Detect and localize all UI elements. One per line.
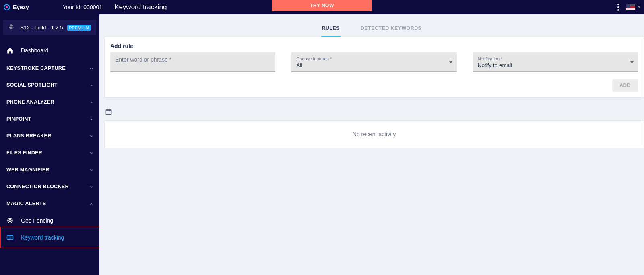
sidebar-group-label: PHONE ANALYZER — [6, 99, 54, 105]
sidebar-item-label: Dashboard — [21, 47, 49, 54]
add-button[interactable]: ADD — [612, 79, 638, 92]
svg-point-1 — [6, 6, 8, 8]
sidebar-group-connection-blocker[interactable]: CONNECTION BLOCKER — [0, 178, 99, 195]
dropdown-caret-icon — [449, 61, 453, 63]
brand-name: Eyezy — [13, 4, 29, 10]
page-title: Keyword tracking — [114, 3, 167, 11]
calendar-icon — [105, 108, 112, 115]
sidebar-group-phone-analyzer[interactable]: PHONE ANALYZER — [0, 94, 99, 110]
sidebar-group-social-spotlight[interactable]: SOCIAL SPOTLIGHT — [0, 77, 99, 94]
try-now-button[interactable]: TRY NOW — [272, 0, 372, 11]
language-selector[interactable] — [626, 4, 641, 10]
device-selector[interactable]: S12 - build - 1.2.5PREMIUM — [3, 20, 96, 35]
sidebar-group-label: FILES FINDER — [6, 150, 42, 156]
sidebar-group-plans-breaker[interactable]: PLANS BREAKER — [0, 127, 99, 144]
flag-us-icon — [626, 4, 635, 10]
kebab-menu-icon[interactable] — [617, 4, 619, 11]
sidebar-item-label: Geo Fencing — [21, 217, 53, 224]
sidebar-group-pinpoint[interactable]: PINPOINT — [0, 110, 99, 127]
features-value: All — [296, 62, 452, 68]
tab-detected-keywords[interactable]: DETECTED KEYWORDS — [360, 22, 422, 37]
svg-rect-3 — [13, 27, 13, 29]
tab-bar: RULES DETECTED KEYWORDS — [99, 14, 644, 37]
chevron-down-icon — [89, 117, 93, 121]
app-header: Eyezy Your Id: 000001 Keyword tracking T… — [0, 0, 644, 14]
sidebar-group-label: WEB MAGNIFIER — [6, 167, 50, 173]
chevron-down-icon — [89, 168, 93, 172]
home-icon — [6, 47, 14, 54]
tab-rules[interactable]: RULES — [321, 22, 341, 37]
sidebar-item-geo-fencing[interactable]: Geo Fencing — [0, 212, 99, 229]
word-input-placeholder: Enter word or phrase * — [115, 56, 270, 63]
svg-rect-7 — [7, 236, 13, 240]
sidebar-group-web-magnifier[interactable]: WEB MAGNIFIER — [0, 161, 99, 178]
activity-empty-text: No recent activity — [353, 131, 396, 138]
eye-icon — [3, 4, 10, 11]
svg-point-6 — [10, 220, 10, 221]
add-rule-title: Add rule: — [110, 43, 638, 49]
dropdown-caret-icon — [630, 61, 634, 63]
sidebar-item-keyword-tracking[interactable]: Keyword tracking — [0, 229, 99, 246]
activity-card: No recent activity — [104, 120, 644, 148]
sidebar-group-label: KEYSTROKE CAPTURE — [6, 65, 66, 71]
sidebar-group-files-finder[interactable]: FILES FINDER — [0, 144, 99, 161]
premium-badge: PREMIUM — [67, 25, 91, 31]
keyboard-icon — [6, 234, 14, 241]
target-icon — [6, 217, 14, 224]
brand-logo[interactable]: Eyezy — [3, 4, 29, 11]
features-select[interactable]: Choose features * All — [291, 52, 456, 72]
sidebar-item-label: Keyword tracking — [21, 234, 64, 241]
notification-label: Notification * — [478, 56, 633, 61]
date-picker-trigger[interactable] — [99, 105, 644, 120]
chevron-down-icon — [89, 185, 93, 189]
sidebar-group-label: CONNECTION BLOCKER — [6, 184, 69, 190]
sidebar-group-label: MAGIC ALERTS — [6, 201, 46, 206]
chevron-down-icon — [89, 83, 93, 87]
android-icon — [8, 24, 14, 31]
device-name: S12 - build - 1.2.5 — [20, 25, 63, 31]
sidebar-group-label: PINPOINT — [6, 116, 31, 122]
add-rule-card: Add rule: Enter word or phrase * Choose … — [104, 37, 644, 98]
sidebar-group-label: SOCIAL SPOTLIGHT — [6, 82, 58, 88]
chevron-down-icon — [89, 134, 93, 138]
chevron-up-icon — [89, 202, 93, 206]
sidebar-item-dashboard[interactable]: Dashboard — [0, 41, 99, 60]
chevron-down-icon — [638, 6, 641, 8]
features-label: Choose features * — [296, 56, 452, 61]
user-id-label: Your Id: 000001 — [63, 4, 102, 10]
sidebar-group-magic-alerts[interactable]: MAGIC ALERTS — [0, 195, 99, 212]
notification-select[interactable]: Notification * Notify to email — [473, 52, 638, 72]
sidebar-group-keystroke-capture[interactable]: KEYSTROKE CAPTURE — [0, 60, 99, 77]
chevron-down-icon — [89, 66, 93, 70]
chevron-down-icon — [89, 151, 93, 155]
svg-rect-13 — [106, 110, 111, 115]
sidebar-group-label: PLANS BREAKER — [6, 133, 52, 139]
sidebar: S12 - build - 1.2.5PREMIUM Dashboard KEY… — [0, 14, 99, 275]
notification-value: Notify to email — [478, 62, 633, 68]
chevron-down-icon — [89, 100, 93, 104]
svg-rect-2 — [9, 27, 10, 29]
word-input[interactable]: Enter word or phrase * — [110, 52, 275, 72]
main-content: RULES DETECTED KEYWORDS Add rule: Enter … — [99, 14, 644, 275]
